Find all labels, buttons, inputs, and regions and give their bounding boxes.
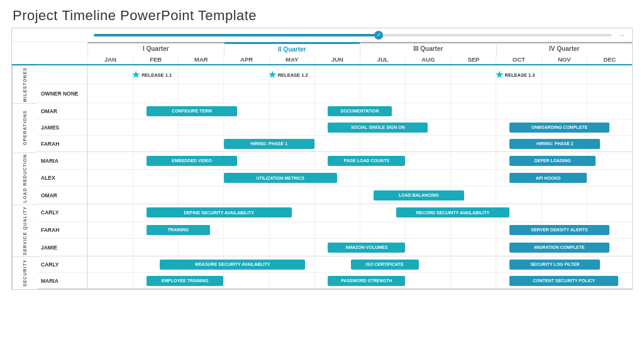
alex-bars: UTILIZATION METRICS API HOOKD <box>87 170 632 187</box>
define-security-bar: DEFINE SECURITY AVAILABILITY <box>147 207 292 217</box>
milestone-label-2: RELEASE 1.2 <box>278 72 308 77</box>
security-log-filter-bar: SECURITY LOG FILTER <box>509 260 600 270</box>
content-security-policy-bar: CONTENT SECURITY POLICY <box>509 276 618 286</box>
month-sep: SEP <box>450 55 496 64</box>
defer-loading-bar: DEFER LOADING <box>509 156 596 166</box>
omar-label: OMAR <box>37 103 87 119</box>
milestone-label-3: RELEASE 1.3 <box>505 72 535 77</box>
training-bar: TRAINING <box>147 225 210 235</box>
james-label: JAMES <box>37 119 87 136</box>
progress-bar-row: ✓ → <box>12 28 632 42</box>
page-title: Project Timeline PowerPoint Template <box>0 0 644 28</box>
embedded-video-bar: EMBEDDED VIDEO <box>147 156 237 166</box>
omar-load-label: OMAR <box>37 187 87 204</box>
farah-ops-label: FARAH <box>37 136 87 152</box>
milestone-person-label <box>37 65 87 84</box>
milestones-category: MILESTONES <box>12 65 37 103</box>
service-quality-category: SERVICE QUALITY <box>12 204 37 256</box>
page-load-counts-bar: PAGE LOAD COUNTS <box>328 156 405 166</box>
carly-sec-bars: MEASURE SECURITY AVAILABLITY ISO CERTIFI… <box>87 256 632 273</box>
milestone-star-2: ★ <box>268 70 277 80</box>
configure-term-bar: CONFIGURE TERM <box>147 106 237 116</box>
milestone-star-3: ★ <box>495 70 504 80</box>
month-feb: FEB <box>133 55 178 64</box>
milestone-bars-row: ★ RELEASE 1.1 ★ RELEASE 1.2 ★ RELEASE 1.… <box>87 65 632 84</box>
owner-none-bars <box>87 84 632 103</box>
month-jun: JUN <box>314 55 360 64</box>
milestone-star-1: ★ <box>131 70 140 80</box>
timeline-container: ✓ → I Quarter II Quarter III Quarter IV … <box>11 28 633 290</box>
quarters-header: I Quarter II Quarter III Quarter IV Quar… <box>12 42 632 55</box>
security-category: SECURITY <box>12 256 37 289</box>
month-oct: OCT <box>496 55 541 64</box>
utilization-metrics-bar: UTILIZATION METRICS <box>224 173 337 183</box>
month-jan: JAN <box>87 55 133 64</box>
month-mar: MAR <box>178 55 223 64</box>
operations-category: OPERATIONS <box>12 103 37 152</box>
maria-sec-bars: EMPLOYEE TRAINING PASSWORD STRENGTH CONT… <box>87 273 632 289</box>
jamie-sq-bars: AMAZON VOLUMES MIGRATION COMPLETE <box>87 239 632 256</box>
farah-sq-bars: TRAINING SERVER DENSITY ALERTS <box>87 222 632 239</box>
milestone-label-1: RELEASE 1.1 <box>142 72 172 77</box>
quarter-4: IV Quarter <box>496 42 633 55</box>
month-may: MAY <box>269 55 314 64</box>
month-apr: APR <box>223 55 269 64</box>
omar-bars: CONFIGURE TERM DOCUMENTATION <box>87 103 632 119</box>
migration-complete-bar: MIGRATION COMPLETE <box>509 243 609 253</box>
maria-label: MARIA <box>37 152 87 169</box>
month-nov: NOV <box>541 55 587 64</box>
omar-load-bars: LOAD BALANCING <box>87 187 632 204</box>
quarter-2: II Quarter <box>224 42 360 55</box>
load-balancing-bar: LOAD BALANCING <box>374 190 464 200</box>
james-bars: SOCIAL SINGLE SIGN ON ONBOARDING COMPLET… <box>87 119 632 136</box>
farah-sq-label: FARAH <box>37 222 87 239</box>
onboarding-complete-bar: ONBOARDING COMPLETE <box>509 123 609 133</box>
quarter-1: I Quarter <box>87 42 224 55</box>
carly-sq-label: CARLY <box>37 204 87 222</box>
owner-none-label: OWNER NONE <box>37 84 87 103</box>
timeline-body: MILESTONES ★ RELEASE 1.1 ★ RELEASE 1.2 ★… <box>12 65 632 289</box>
record-security-bar: RECORD SECURITY AVAILABILITY <box>396 207 509 217</box>
social-sign-on-bar: SOCIAL SINGLE SIGN ON <box>328 123 428 133</box>
load-reduction-category: LOAD REDUCTION <box>12 152 37 204</box>
server-density-bar: SERVER DENSITY ALERTS <box>509 225 609 235</box>
hiring-phase2-bar: HIRING: PHASE 2 <box>509 139 600 149</box>
carly-sq-bars: DEFINE SECURITY AVAILABILITY RECORD SECU… <box>87 204 632 222</box>
hiring-phase1-bar: HIRING: PHASE 1 <box>224 139 314 149</box>
maria-sec-label: MARIA <box>37 273 87 289</box>
documentation-bar: DOCUMENTATION <box>328 106 391 116</box>
quarter-3: III Quarter <box>360 42 496 55</box>
amazon-volumes-bar: AMAZON VOLUMES <box>328 243 405 253</box>
employee-training-bar: EMPLOYEE TRAINING <box>147 276 224 286</box>
iso-certificate-bar: ISO CERTIFICATE <box>351 260 419 270</box>
month-jul: JUL <box>360 55 405 64</box>
password-strength-bar: PASSWORD STRENGTH <box>328 276 405 286</box>
months-header: JAN FEB MAR APR MAY JUN JUL AUG SEP OCT … <box>12 55 632 65</box>
maria-bars: EMBEDDED VIDEO PAGE LOAD COUNTS DEFER LO… <box>87 152 632 169</box>
carly-sec-label: CARLY <box>37 256 87 273</box>
api-hookd-bar: API HOOKD <box>509 173 587 183</box>
month-dec: DEC <box>587 55 632 64</box>
farah-ops-bars: HIRING: PHASE 1 HIRING: PHASE 2 <box>87 136 632 152</box>
alex-label: ALEX <box>37 170 87 187</box>
jamie-sq-label: JAMIE <box>37 239 87 256</box>
measure-security-bar: MEASURE SECURITY AVAILABLITY <box>160 260 305 270</box>
month-aug: AUG <box>405 55 450 64</box>
